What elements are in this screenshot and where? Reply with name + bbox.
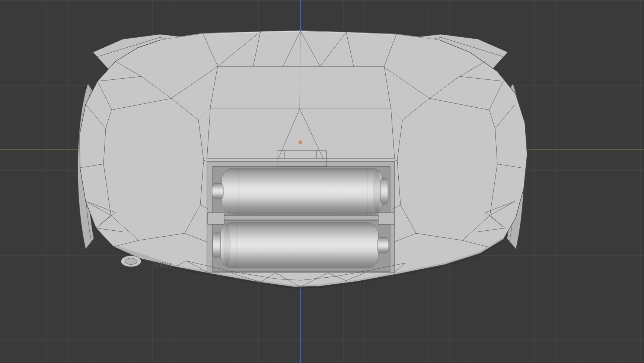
scene-canvas xyxy=(0,0,644,363)
battery-top xyxy=(212,168,388,214)
battery-bottom-terminal xyxy=(377,237,389,253)
battery-top-terminal xyxy=(212,183,223,199)
screw-boss xyxy=(121,256,141,267)
divider-clip-left xyxy=(208,212,224,224)
object-origin-point[interactable] xyxy=(299,141,302,144)
divider-clip-right xyxy=(378,212,395,224)
battery-bottom xyxy=(213,222,389,268)
viewport-3d[interactable] xyxy=(0,0,644,363)
mesh-object[interactable] xyxy=(78,31,527,287)
